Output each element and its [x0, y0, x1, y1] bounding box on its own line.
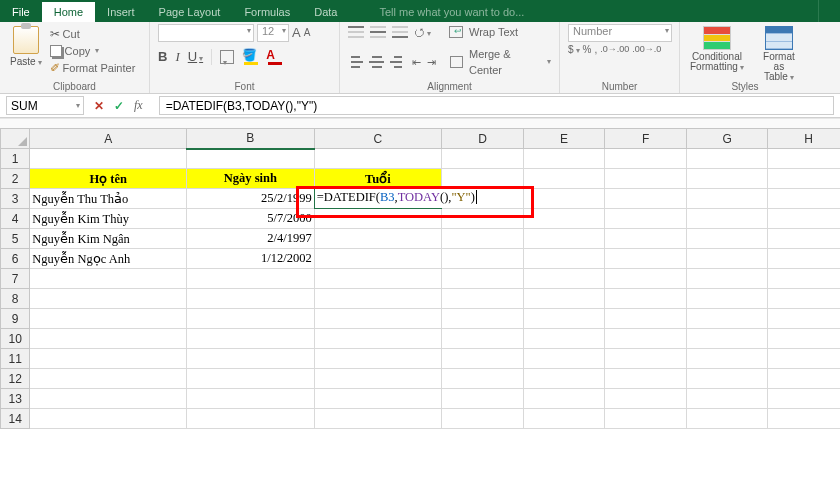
group-number: Number $ % , .0→.00 .00→.0 Number — [560, 22, 680, 93]
alignment-group-label: Alignment — [340, 81, 559, 92]
cell[interactable]: Họ tên — [30, 169, 187, 189]
align-left-button[interactable] — [348, 56, 363, 68]
cut-label: Cut — [63, 26, 80, 42]
align-bottom-button[interactable] — [392, 26, 408, 38]
col-header[interactable]: C — [314, 129, 442, 149]
tab-formulas[interactable]: Formulas — [232, 2, 302, 22]
col-header[interactable]: G — [686, 129, 768, 149]
col-header[interactable]: H — [768, 129, 840, 149]
align-right-button[interactable] — [390, 56, 405, 68]
orientation-button[interactable]: ⭯ — [414, 26, 431, 38]
tab-home[interactable]: Home — [42, 2, 95, 22]
cell-c3-editing[interactable]: =DATEDIF(B3,TODAY(),"Y") — [314, 189, 442, 209]
fx-icon[interactable]: fx — [134, 98, 149, 113]
cell[interactable]: Tuổi — [314, 169, 442, 189]
cancel-formula-button[interactable]: ✕ — [94, 99, 104, 113]
row-header[interactable]: 14 — [1, 409, 30, 429]
formula-bar-expand[interactable] — [0, 118, 840, 128]
col-header[interactable]: A — [30, 129, 187, 149]
tell-me-search[interactable]: Tell me what you want to do... — [379, 2, 524, 22]
formula-string: "Y" — [451, 190, 470, 204]
row-header[interactable]: 4 — [1, 209, 30, 229]
cell-b3[interactable]: 25/2/1999 — [187, 189, 315, 209]
cell[interactable]: 2/4/1997 — [187, 229, 315, 249]
cut-button[interactable]: ✂Cut — [50, 26, 136, 42]
align-middle-button[interactable] — [370, 26, 386, 38]
number-format-select[interactable]: Number — [568, 24, 672, 42]
align-top-button[interactable] — [348, 26, 364, 38]
font-size-select[interactable]: 12 — [257, 24, 289, 42]
grow-font-button[interactable]: A — [292, 25, 301, 41]
paste-icon — [13, 26, 39, 54]
decrease-decimal-button[interactable]: .00→.0 — [632, 44, 661, 55]
row-header[interactable]: 7 — [1, 269, 30, 289]
paste-label: Paste — [10, 56, 42, 67]
formula-text: =DATEDIF( — [317, 190, 380, 204]
tab-data[interactable]: Data — [302, 2, 349, 22]
wrap-text-button[interactable]: Wrap Text — [469, 24, 518, 40]
fill-color-button[interactable]: 🪣 — [242, 48, 258, 65]
decrease-indent-button[interactable]: ⇤ — [412, 56, 421, 69]
cell[interactable]: Nguyễn Ngọc Anh — [30, 249, 187, 269]
row-header[interactable]: 1 — [1, 149, 30, 169]
bold-button[interactable]: B — [158, 49, 167, 64]
share-button[interactable] — [818, 0, 840, 22]
tab-pagelayout[interactable]: Page Layout — [147, 2, 233, 22]
worksheet-grid[interactable]: A B C D E F G H 1 2 Họ tên Ngày sinh Tuổ… — [0, 128, 840, 500]
percent-button[interactable]: % — [583, 44, 592, 55]
tab-file[interactable]: File — [0, 2, 42, 22]
increase-indent-button[interactable]: ⇥ — [427, 56, 436, 69]
font-color-button[interactable]: A — [266, 48, 282, 65]
comma-button[interactable]: , — [594, 44, 597, 55]
paste-button[interactable]: Paste — [8, 24, 44, 69]
copy-button[interactable]: Copy — [50, 43, 136, 59]
row-header[interactable]: 2 — [1, 169, 30, 189]
row-header[interactable]: 11 — [1, 349, 30, 369]
row-header[interactable]: 3 — [1, 189, 30, 209]
formula-bar-row: SUM ✕ ✓ fx =DATEDIF(B3,TODAY(),"Y") — [0, 94, 840, 118]
format-painter-button[interactable]: ✐Format Painter — [50, 60, 136, 76]
number-group-label: Number — [560, 81, 679, 92]
cell[interactable]: 5/7/2000 — [187, 209, 315, 229]
formula-text: ) — [471, 190, 475, 204]
accounting-format-button[interactable]: $ — [568, 44, 580, 55]
font-family-select[interactable] — [158, 24, 254, 42]
tab-insert[interactable]: Insert — [95, 2, 147, 22]
borders-button[interactable] — [220, 50, 234, 64]
merge-icon — [450, 56, 463, 68]
col-header[interactable]: E — [523, 129, 605, 149]
cell[interactable]: Nguyễn Thu Thảo — [30, 189, 187, 209]
row-header[interactable]: 10 — [1, 329, 30, 349]
ribbon: Paste ✂Cut Copy ✐Format Painter Clipboar… — [0, 22, 840, 94]
row-header[interactable]: 12 — [1, 369, 30, 389]
align-center-button[interactable] — [369, 56, 384, 68]
underline-button[interactable]: U — [188, 49, 203, 64]
row-header[interactable]: 5 — [1, 229, 30, 249]
group-font: 12 A A B I U 🪣 A Font — [150, 22, 340, 93]
col-header[interactable]: F — [605, 129, 687, 149]
col-header[interactable]: B — [187, 129, 315, 149]
table-icon — [765, 26, 793, 50]
merge-center-button[interactable]: Merge & Center — [469, 46, 551, 78]
wrap-icon — [449, 26, 463, 38]
shrink-font-button[interactable]: A — [304, 25, 311, 41]
ft-label: Format as Table — [758, 52, 800, 83]
row-header[interactable]: 8 — [1, 289, 30, 309]
formula-bar-input[interactable]: =DATEDIF(B3,TODAY(),"Y") — [159, 96, 834, 115]
cell[interactable]: 1/12/2002 — [187, 249, 315, 269]
row-header[interactable]: 9 — [1, 309, 30, 329]
increase-decimal-button[interactable]: .0→.00 — [600, 44, 629, 55]
formula-func-today: TODAY — [398, 190, 440, 204]
cell[interactable]: Ngày sinh — [187, 169, 315, 189]
enter-formula-button[interactable]: ✓ — [114, 99, 124, 113]
row-header[interactable]: 6 — [1, 249, 30, 269]
row-header[interactable]: 13 — [1, 389, 30, 409]
cell[interactable]: Nguyễn Kim Thùy — [30, 209, 187, 229]
select-all-corner[interactable] — [1, 129, 30, 149]
format-as-table-button[interactable]: Format as Table — [756, 24, 802, 85]
col-header[interactable]: D — [442, 129, 524, 149]
cell[interactable]: Nguyễn Kim Ngân — [30, 229, 187, 249]
italic-button[interactable]: I — [175, 49, 179, 65]
conditional-formatting-button[interactable]: Conditional Formatting — [688, 24, 746, 75]
name-box[interactable]: SUM — [6, 96, 84, 115]
